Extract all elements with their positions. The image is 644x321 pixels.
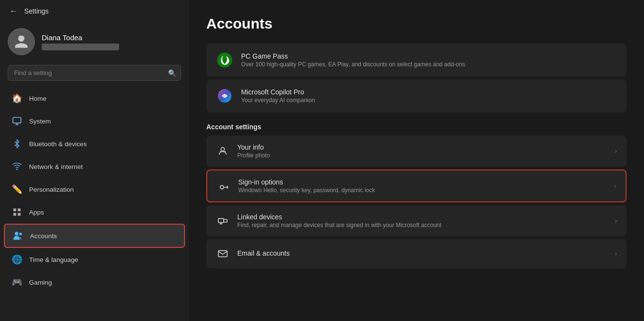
apps-icon	[12, 207, 22, 217]
settings-row-signin[interactable]: Sign-in options Windows Hello, security …	[207, 170, 626, 201]
promo-text-copilot: Microsoft Copilot Pro Your everyday AI c…	[241, 88, 315, 104]
svg-rect-19	[218, 218, 224, 222]
settings-card-signin: Sign-in options Windows Hello, security …	[206, 169, 627, 202]
personalization-icon: ✏️	[12, 184, 22, 195]
sidebar-item-accounts-label: Accounts	[30, 232, 57, 240]
user-email-bar	[42, 44, 119, 50]
svg-rect-7	[18, 213, 21, 216]
sidebar-item-network[interactable]: Network & internet	[4, 155, 185, 178]
promo-title-gamepass: PC Game Pass	[241, 52, 465, 60]
sidebar-item-system-label: System	[29, 118, 51, 125]
sidebar-item-personalization-label: Personalization	[29, 186, 74, 193]
chevron-right-icon-your-info: ›	[615, 148, 617, 154]
search-icon: 🔍	[168, 69, 176, 77]
sidebar-item-apps[interactable]: Apps	[4, 201, 185, 223]
sidebar-item-accounts[interactable]: Accounts	[4, 224, 185, 248]
promo-title-copilot: Microsoft Copilot Pro	[241, 88, 315, 96]
accounts-icon	[13, 230, 23, 241]
settings-card-email: Email & accounts ›	[206, 239, 627, 268]
svg-point-3	[16, 169, 17, 170]
main-content: Accounts PC Game Pass Over 100 high-qual…	[189, 0, 644, 321]
gaming-icon: 🎮	[12, 277, 22, 288]
user-name: Diana Todea	[42, 33, 119, 42]
copilot-icon	[216, 87, 233, 105]
row-title-your-info: Your info	[237, 143, 607, 151]
svg-rect-5	[18, 209, 21, 212]
back-button[interactable]: ←	[8, 5, 19, 17]
svg-rect-6	[14, 213, 16, 216]
signin-icon	[217, 179, 230, 193]
chevron-right-icon-email: ›	[615, 250, 617, 257]
promo-subtitle-gamepass: Over 100 high-quality PC games, EA Play,…	[241, 61, 465, 68]
row-subtitle-your-info: Profile photo	[237, 152, 607, 159]
user-profile: Diana Todea	[0, 22, 189, 63]
row-title-email: Email & accounts	[237, 249, 607, 257]
time-icon: 🌐	[12, 254, 22, 265]
svg-point-12	[221, 148, 224, 151]
linked-devices-icon	[216, 214, 230, 228]
row-title-signin: Sign-in options	[238, 178, 606, 186]
svg-rect-0	[13, 118, 21, 123]
sidebar-item-home[interactable]: 🏠 Home	[4, 87, 185, 109]
user-info: Diana Todea	[42, 33, 119, 50]
xbox-icon	[216, 51, 233, 69]
sidebar-item-bluetooth[interactable]: Bluetooth & devices	[4, 133, 185, 155]
sidebar-item-network-label: Network & internet	[29, 163, 83, 170]
person-icon	[14, 34, 29, 49]
sidebar: ← Settings Diana Todea 🔍 🏠 Home System	[0, 0, 189, 321]
sidebar-item-apps-label: Apps	[29, 209, 44, 216]
title-bar: ← Settings	[0, 0, 189, 22]
bluetooth-icon	[12, 138, 22, 149]
promo-subtitle-copilot: Your everyday AI companion	[241, 97, 315, 104]
svg-point-8	[15, 232, 18, 235]
sidebar-item-gaming-label: Gaming	[29, 279, 52, 286]
settings-row-linked-devices[interactable]: Linked devices Find, repair, and manage …	[206, 205, 627, 236]
row-title-linked-devices: Linked devices	[237, 213, 607, 221]
row-text-signin: Sign-in options Windows Hello, security …	[238, 178, 606, 194]
sidebar-item-time[interactable]: 🌐 Time & language	[4, 248, 185, 271]
your-info-icon	[216, 144, 230, 158]
email-icon	[216, 247, 230, 260]
promo-card-gamepass[interactable]: PC Game Pass Over 100 high-quality PC ga…	[206, 44, 627, 76]
svg-rect-4	[14, 209, 16, 212]
section-label-account-settings: Account settings	[206, 123, 627, 131]
svg-rect-20	[224, 219, 227, 222]
avatar	[8, 28, 35, 55]
sidebar-item-system[interactable]: System	[4, 110, 185, 132]
search-bar: 🔍	[8, 65, 181, 81]
sidebar-item-home-label: Home	[29, 95, 46, 102]
settings-card-your-info: Your info Profile photo ›	[206, 136, 627, 167]
row-subtitle-linked-devices: Find, repair, and manage devices that ar…	[237, 222, 607, 229]
chevron-right-icon-linked-devices: ›	[615, 217, 617, 224]
nav-menu: 🏠 Home System Bluetooth & devices Networ…	[0, 87, 189, 294]
sidebar-item-personalization[interactable]: ✏️ Personalization	[4, 178, 185, 200]
page-title: Accounts	[206, 15, 627, 32]
network-icon	[12, 161, 22, 172]
svg-point-9	[19, 233, 22, 236]
row-text-email: Email & accounts	[237, 249, 607, 258]
system-icon	[12, 116, 22, 126]
sidebar-item-bluetooth-label: Bluetooth & devices	[29, 140, 87, 148]
row-subtitle-signin: Windows Hello, security key, password, d…	[238, 187, 606, 194]
settings-card-linked-devices: Linked devices Find, repair, and manage …	[206, 205, 627, 236]
promo-text-gamepass: PC Game Pass Over 100 high-quality PC ga…	[241, 52, 465, 68]
app-title: Settings	[24, 7, 49, 15]
row-text-linked-devices: Linked devices Find, repair, and manage …	[237, 213, 607, 229]
settings-row-email[interactable]: Email & accounts ›	[206, 239, 627, 268]
home-icon: 🏠	[12, 93, 22, 104]
sidebar-item-gaming[interactable]: 🎮 Gaming	[4, 271, 185, 293]
settings-row-your-info[interactable]: Your info Profile photo ›	[206, 136, 627, 167]
row-text-your-info: Your info Profile photo	[237, 143, 607, 159]
promo-card-copilot[interactable]: Microsoft Copilot Pro Your everyday AI c…	[206, 79, 627, 112]
svg-point-10	[217, 52, 232, 67]
chevron-right-icon-signin: ›	[614, 183, 616, 189]
search-input[interactable]	[8, 65, 181, 81]
sidebar-item-time-label: Time & language	[29, 256, 78, 263]
svg-point-15	[220, 185, 224, 189]
